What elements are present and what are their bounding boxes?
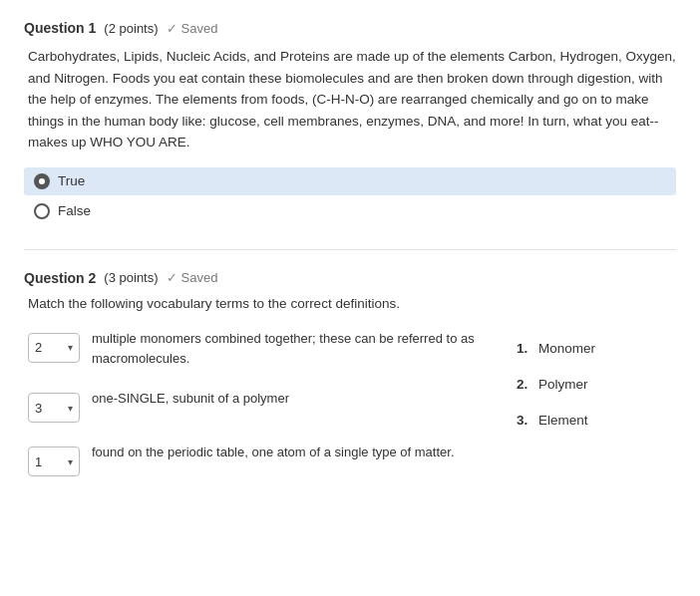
def-label-2: Polymer [538, 375, 588, 395]
option-false-label: False [58, 203, 91, 218]
def-label-3: Element [538, 411, 588, 431]
def-number-2: 2. [517, 375, 532, 395]
definition-3: 3. Element [517, 411, 676, 431]
saved-text: Saved [181, 21, 218, 36]
question-1-title: Question 1 [24, 20, 96, 36]
divider [24, 249, 676, 250]
question-1-body: Carbohydrates, Lipids, Nucleic Acids, an… [24, 46, 676, 153]
dropdown-3[interactable]: 1 ▾ [28, 447, 80, 476]
question-2-saved: ✓ Saved [167, 270, 218, 285]
definition-1: 1. Monomer [517, 339, 676, 359]
chevron-down-icon-3: ▾ [68, 456, 73, 467]
definition-2: 2. Polymer [517, 375, 676, 395]
question-1-points: (2 points) [104, 21, 158, 36]
question-1-header: Question 1 (2 points) ✓ Saved [24, 20, 676, 36]
match-desc-2: one-SINGLE, subunit of a polymer [92, 389, 497, 409]
match-container: 2 ▾ multiple monomers combined together;… [24, 329, 676, 476]
match-instructions: Match the following vocabulary terms to … [24, 296, 676, 311]
dropdown-2[interactable]: 3 ▾ [28, 393, 80, 423]
radio-true[interactable] [34, 173, 50, 189]
dropdown-1[interactable]: 2 ▾ [28, 333, 80, 363]
option-true-label: True [58, 173, 85, 188]
question-2-points: (3 points) [104, 270, 158, 285]
chevron-down-icon-2: ▾ [68, 403, 73, 414]
def-number-3: 3. [517, 411, 532, 431]
saved-checkmark-2: ✓ [167, 270, 177, 285]
dropdown-2-value: 3 [35, 401, 42, 416]
match-left-column: 2 ▾ multiple monomers combined together;… [28, 329, 497, 476]
question-1-saved: ✓ Saved [167, 21, 218, 36]
match-desc-3: found on the periodic table, one atom of… [92, 443, 497, 462]
def-label-1: Monomer [538, 339, 595, 359]
dropdown-3-value: 1 [35, 454, 42, 469]
dropdown-1-value: 2 [35, 340, 42, 355]
match-row-3: 1 ▾ found on the periodic table, one ato… [28, 443, 497, 476]
match-row-1: 2 ▾ multiple monomers combined together;… [28, 329, 497, 369]
def-number-1: 1. [517, 339, 532, 359]
match-right-column: 1. Monomer 2. Polymer 3. Element [517, 329, 676, 476]
question-1-block: Question 1 (2 points) ✓ Saved Carbohydra… [24, 20, 676, 225]
question-2-title: Question 2 [24, 270, 96, 286]
chevron-down-icon-1: ▾ [68, 342, 73, 353]
saved-checkmark: ✓ [167, 21, 177, 36]
saved-text-2: Saved [181, 270, 218, 285]
option-true[interactable]: True [24, 167, 676, 195]
match-row-2: 3 ▾ one-SINGLE, subunit of a polymer [28, 389, 497, 423]
match-desc-1: multiple monomers combined together; the… [92, 329, 497, 369]
question-2-block: Question 2 (3 points) ✓ Saved Match the … [24, 270, 676, 476]
question-2-header: Question 2 (3 points) ✓ Saved [24, 270, 676, 286]
option-false[interactable]: False [24, 197, 676, 225]
radio-false[interactable] [34, 203, 50, 219]
